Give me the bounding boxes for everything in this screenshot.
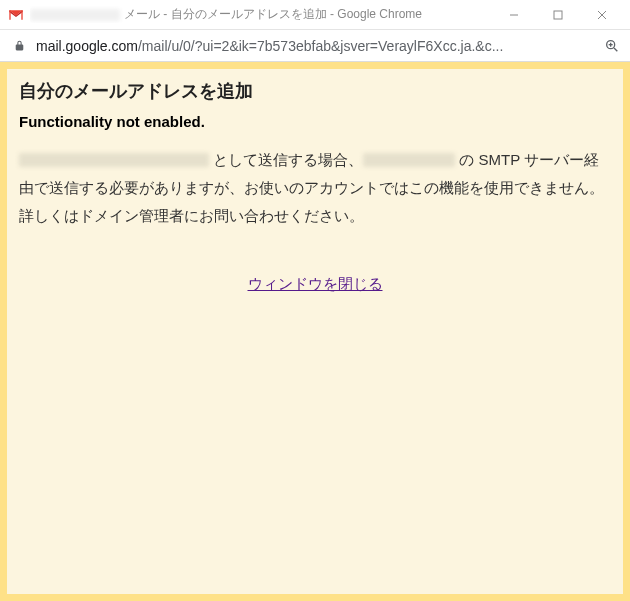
content-panel: 自分のメールアドレスを追加 Functionality not enabled.… xyxy=(7,69,623,594)
maximize-button[interactable] xyxy=(536,1,580,29)
gmail-icon xyxy=(8,7,24,23)
address-bar: mail.google.com/mail/u/0/?ui=2&ik=7b573e… xyxy=(0,30,630,62)
page-title: 自分のメールアドレスを追加 xyxy=(19,79,613,103)
svg-rect-1 xyxy=(554,11,562,19)
window-title-text: メール - 自分のメールアドレスを追加 - Google Chrome xyxy=(124,6,422,23)
redacted-email xyxy=(19,153,209,167)
error-body: として送信する場合、 の SMTP サーバー経由で送信する必要がありますが、お使… xyxy=(19,146,611,229)
window-controls xyxy=(492,1,624,29)
window-titlebar: メール - 自分のメールアドレスを追加 - Google Chrome xyxy=(0,0,630,30)
url-host: mail.google.com xyxy=(36,38,138,54)
url-display[interactable]: mail.google.com/mail/u/0/?ui=2&ik=7b573e… xyxy=(36,38,596,54)
redacted-text xyxy=(30,9,120,21)
error-heading: Functionality not enabled. xyxy=(19,113,613,130)
zoom-icon[interactable] xyxy=(602,38,622,54)
page-outer: 自分のメールアドレスを追加 Functionality not enabled.… xyxy=(0,62,630,601)
minimize-button[interactable] xyxy=(492,1,536,29)
redacted-domain xyxy=(363,153,455,167)
window-title: メール - 自分のメールアドレスを追加 - Google Chrome xyxy=(30,6,484,23)
close-button[interactable] xyxy=(580,1,624,29)
close-link-container: ウィンドウを閉じる xyxy=(17,275,613,294)
svg-line-5 xyxy=(614,48,617,51)
body-text-1: として送信する場合、 xyxy=(209,151,363,168)
lock-icon[interactable] xyxy=(12,39,26,52)
close-window-link[interactable]: ウィンドウを閉じる xyxy=(248,275,383,292)
url-path: /mail/u/0/?ui=2&ik=7b573ebfab&jsver=Vera… xyxy=(138,38,503,54)
